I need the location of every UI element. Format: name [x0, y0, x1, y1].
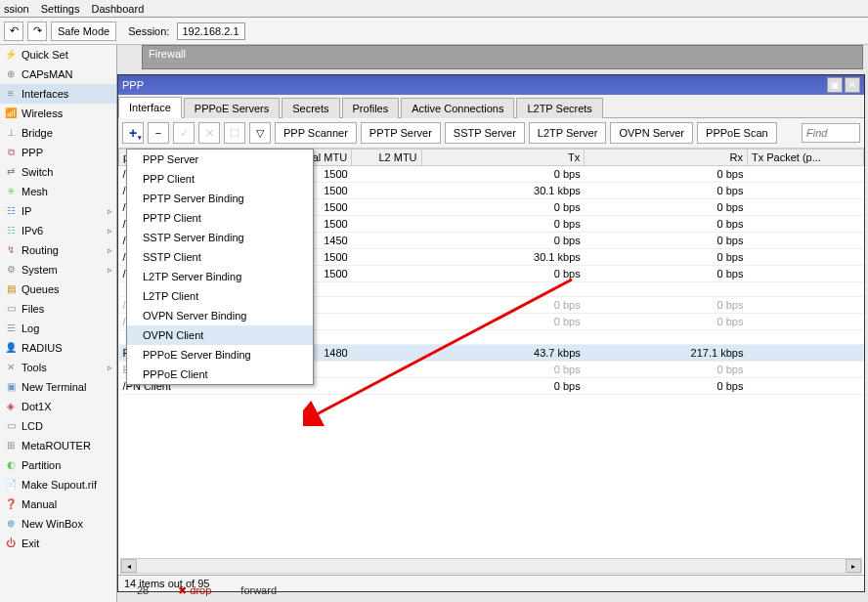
menu-settings[interactable]: Settings [41, 3, 80, 15]
sidebar-item-interfaces[interactable]: ≡Interfaces [0, 84, 116, 104]
sidebar-item-files[interactable]: ▭Files [0, 299, 116, 319]
table-cell [585, 282, 748, 297]
column-header[interactable]: Rx [585, 150, 748, 166]
sidebar-item-lcd[interactable]: ▭LCD [0, 416, 116, 436]
table-cell [352, 282, 421, 297]
sidebar-item-tools[interactable]: ✕Tools [0, 358, 116, 377]
find-input[interactable] [802, 123, 860, 143]
sidebar-icon: ✕ [4, 361, 18, 374]
table-cell: 0 bps [585, 166, 748, 183]
sidebar-label: Bridge [22, 127, 53, 139]
sidebar-item-dot1x[interactable]: ◈Dot1X [0, 397, 116, 416]
table-cell: 0 bps [585, 266, 748, 282]
close-icon[interactable]: ✕ [845, 77, 860, 93]
ppp-titlebar[interactable]: PPP ▣ ✕ [118, 75, 864, 95]
dropdown-item-pppoe-server-binding[interactable]: PPPoE Server Binding [127, 345, 313, 365]
dropdown-item-ovpn-server-binding[interactable]: OVPN Server Binding [127, 306, 313, 325]
sidebar-item-capsman[interactable]: ⊕CAPsMAN [0, 64, 116, 84]
table-cell [747, 362, 863, 378]
redo-button[interactable]: ↷ [27, 22, 47, 41]
sidebar-icon: ◈ [4, 400, 18, 413]
sidebar-item-switch[interactable]: ⇄Switch [0, 162, 116, 182]
sidebar-item-ip[interactable]: ☷IP [0, 201, 116, 221]
table-cell: 217.1 kbps [585, 345, 748, 362]
sidebar-item-metarouter[interactable]: ⊞MetaROUTER [0, 436, 116, 455]
dropdown-item-sstp-client[interactable]: SSTP Client [127, 247, 313, 267]
session-input[interactable] [177, 22, 245, 40]
sidebar-item-system[interactable]: ⚙System [0, 260, 116, 280]
menu-session[interactable]: ssion [4, 3, 29, 15]
dropdown-item-ppp-server[interactable]: PPP Server [127, 150, 313, 169]
sidebar-icon: 👤 [4, 341, 18, 355]
dropdown-item-pptp-client[interactable]: PPTP Client [127, 208, 313, 228]
table-cell: 0 bps [421, 166, 585, 183]
table-cell [352, 183, 421, 199]
sidebar-item-radius[interactable]: 👤RADIUS [0, 338, 116, 358]
dropdown-item-l2tp-server-binding[interactable]: L2TP Server Binding [127, 267, 313, 286]
sidebar-item-exit[interactable]: ⏻Exit [0, 534, 116, 553]
dropdown-item-pppoe-client[interactable]: PPPoE Client [127, 365, 313, 384]
add-dropdown: PPP ServerPPP ClientPPTP Server BindingP… [126, 149, 314, 385]
column-header[interactable]: Tx [421, 150, 585, 166]
pppoe-scan-button[interactable]: PPPoE Scan [697, 122, 777, 144]
sidebar-label: New WinBox [22, 518, 83, 530]
remove-button[interactable]: − [148, 122, 169, 144]
pptp-server-button[interactable]: PPTP Server [361, 122, 441, 144]
scroll-left-icon[interactable]: ◂ [121, 559, 137, 573]
restore-icon[interactable]: ▣ [827, 77, 843, 93]
table-cell [352, 266, 421, 282]
menu-dashboard[interactable]: Dashboard [91, 3, 144, 15]
horizontal-scrollbar[interactable]: ◂ ▸ [120, 558, 862, 574]
sidebar-item-quick-set[interactable]: ⚡Quick Set [0, 45, 116, 64]
firewall-window[interactable]: Firewall [142, 45, 863, 69]
sidebar-icon: ▭ [4, 302, 18, 316]
ovpn-server-button[interactable]: OVPN Server [610, 122, 693, 144]
table-cell [352, 166, 421, 183]
sstp-server-button[interactable]: SSTP Server [445, 122, 525, 144]
sidebar-item-partition[interactable]: ◐Partition [0, 455, 116, 475]
sidebar-item-ppp[interactable]: ⧉PPP [0, 143, 116, 162]
fw-rule-chain: forward [240, 584, 277, 596]
fw-rule-num: 28 [137, 584, 149, 596]
sidebar-item-new-terminal[interactable]: ▣New Terminal [0, 377, 116, 397]
sidebar-item-wireless[interactable]: 📶Wireless [0, 104, 116, 123]
content-area: Firewall PPP ▣ ✕ InterfacePPPoE ServersS… [117, 45, 868, 602]
table-cell [585, 330, 748, 345]
add-button[interactable]: + [122, 122, 144, 144]
disable-button[interactable]: ✕ [198, 122, 220, 144]
undo-button[interactable]: ↶ [4, 22, 23, 41]
tab-active-connections[interactable]: Active Connections [401, 98, 514, 118]
column-header[interactable]: L2 MTU [352, 150, 421, 166]
dropdown-item-ovpn-client[interactable]: OVPN Client [127, 325, 313, 345]
sidebar-item-ipv6[interactable]: ☷IPv6 [0, 221, 116, 240]
sidebar-item-mesh[interactable]: ✳Mesh [0, 182, 116, 201]
enable-button[interactable]: ✓ [173, 122, 195, 144]
tab-profiles[interactable]: Profiles [342, 98, 400, 118]
scroll-right-icon[interactable]: ▸ [846, 559, 861, 573]
tab-l2tp-secrets[interactable]: L2TP Secrets [516, 98, 602, 118]
sidebar-item-make-supout.rif[interactable]: 📄Make Supout.rif [0, 475, 116, 494]
safe-mode-button[interactable]: Safe Mode [51, 22, 116, 41]
dropdown-item-sstp-server-binding[interactable]: SSTP Server Binding [127, 228, 313, 247]
tab-pppoe-servers[interactable]: PPPoE Servers [184, 98, 280, 118]
table-cell [747, 297, 863, 314]
tab-secrets[interactable]: Secrets [282, 98, 339, 118]
sidebar-icon: 📶 [4, 107, 18, 120]
l2tp-server-button[interactable]: L2TP Server [529, 122, 607, 144]
dropdown-item-l2tp-client[interactable]: L2TP Client [127, 286, 313, 306]
sidebar-item-routing[interactable]: ↯Routing [0, 240, 116, 260]
filter-button[interactable]: ▽ [249, 122, 271, 144]
sidebar-item-new-winbox[interactable]: ⊕New WinBox [0, 514, 116, 534]
dropdown-item-pptp-server-binding[interactable]: PPTP Server Binding [127, 189, 313, 208]
scroll-track[interactable] [137, 559, 846, 573]
sidebar-item-manual[interactable]: ❓Manual [0, 494, 116, 514]
sidebar-item-log[interactable]: ☰Log [0, 319, 116, 338]
sidebar-item-queues[interactable]: ▤Queues [0, 280, 116, 299]
sidebar-item-bridge[interactable]: ⊥Bridge [0, 123, 116, 143]
tab-interface[interactable]: Interface [118, 97, 182, 118]
ppp-scanner-button[interactable]: PPP Scanner [275, 122, 357, 144]
column-header[interactable]: Tx Packet (p... [747, 150, 863, 166]
ppp-tabs: InterfacePPPoE ServersSecretsProfilesAct… [118, 95, 864, 118]
comment-button[interactable]: ☐ [224, 122, 245, 144]
dropdown-item-ppp-client[interactable]: PPP Client [127, 169, 313, 189]
